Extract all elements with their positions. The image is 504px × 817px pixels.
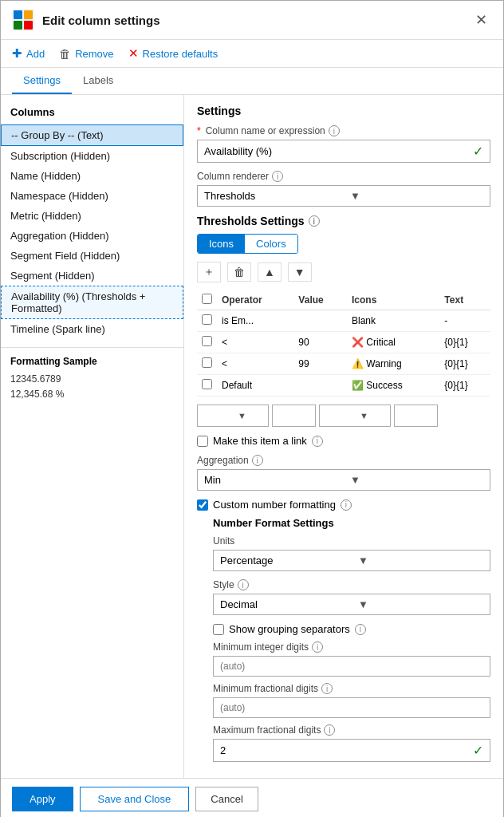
- show-grouping-info-icon: i: [355, 624, 366, 635]
- row-icon-label: ✅ Success: [347, 375, 439, 397]
- row-icon-label: Blank: [347, 310, 439, 332]
- column-name-input[interactable]: [198, 141, 467, 161]
- thresholds-settings-label: Thresholds Settings: [197, 215, 305, 227]
- toggle-icons-button[interactable]: Icons: [198, 235, 245, 253]
- formatting-sample-line2: 12,345.68 %: [10, 387, 174, 402]
- max-fraction-input[interactable]: [214, 740, 467, 760]
- row-icon-select[interactable]: ▼: [319, 405, 391, 427]
- warning-icon: ⚠️: [352, 358, 364, 369]
- column-item-availability[interactable]: Availability (%) (Thresholds + Formatted…: [1, 286, 183, 319]
- column-renderer-arrow-icon: ▼: [344, 187, 490, 205]
- table-row: < 99 ⚠️ Warning {0}{1}: [197, 353, 490, 375]
- delete-row-button[interactable]: 🗑: [227, 262, 251, 282]
- svg-rect-1: [14, 10, 22, 19]
- min-fraction-input[interactable]: [213, 697, 490, 718]
- critical-icon: ❌: [352, 337, 364, 348]
- col-icons: Icons: [347, 290, 439, 310]
- row-text: -: [439, 310, 490, 332]
- column-item[interactable]: Timeline (Spark line): [1, 319, 183, 339]
- row-operator-select[interactable]: ▼: [197, 405, 269, 427]
- column-item[interactable]: Aggregation (Hidden): [1, 226, 183, 246]
- row-text: {0}{1}: [439, 332, 490, 353]
- column-renderer-select[interactable]: Thresholds ▼: [197, 185, 490, 207]
- min-fraction-info-icon: i: [321, 683, 333, 694]
- style-select[interactable]: Decimal ▼: [213, 594, 490, 615]
- row-checkbox[interactable]: [202, 357, 212, 368]
- row-icon-arrow-icon: ▼: [356, 411, 390, 420]
- custom-number-label: Custom number formatting: [213, 499, 336, 511]
- column-item[interactable]: -- Group By -- (Text): [1, 124, 183, 146]
- min-integer-input[interactable]: [213, 656, 490, 677]
- make-link-label: Make this item a link: [213, 435, 307, 447]
- show-grouping-label: Show grouping separators: [229, 623, 350, 635]
- success-icon: ✅: [352, 380, 364, 391]
- apply-button[interactable]: Apply: [12, 787, 73, 811]
- close-button[interactable]: ✕: [471, 10, 492, 30]
- column-name-check-icon: ✓: [467, 140, 490, 162]
- dialog-title: Edit column settings: [42, 14, 471, 27]
- tab-labels[interactable]: Labels: [72, 68, 124, 94]
- save-close-button[interactable]: Save and Close: [80, 787, 190, 811]
- column-item[interactable]: Segment Field (Hidden): [1, 246, 183, 266]
- restore-defaults-button[interactable]: ✕ Restore defaults: [128, 46, 219, 61]
- move-up-button[interactable]: ▲: [258, 262, 282, 282]
- add-icon: ✚: [12, 46, 22, 61]
- row-checkbox[interactable]: [202, 379, 212, 389]
- min-integer-info-icon: i: [312, 641, 323, 653]
- add-row-button[interactable]: ＋: [197, 262, 221, 282]
- cancel-button[interactable]: Cancel: [195, 787, 258, 811]
- units-label: Units: [213, 535, 234, 547]
- svg-rect-2: [24, 10, 33, 19]
- table-row: is Em... Blank -: [197, 310, 490, 332]
- row-value: 99: [293, 353, 347, 375]
- formatting-sample-heading: Formatting Sample: [10, 356, 174, 367]
- max-fraction-info-icon: i: [324, 724, 335, 736]
- add-button[interactable]: ✚ Add: [12, 46, 45, 61]
- row-text: {0}{1}: [439, 375, 490, 397]
- row-operator: Default: [217, 375, 293, 397]
- toggle-colors-button[interactable]: Colors: [245, 235, 297, 253]
- custom-number-checkbox[interactable]: [197, 499, 208, 511]
- row-icon-label: ❌ Critical: [347, 332, 439, 353]
- show-grouping-checkbox[interactable]: [213, 624, 224, 635]
- column-item[interactable]: Namespace (Hidden): [1, 186, 183, 206]
- column-renderer-value: Thresholds: [198, 186, 344, 206]
- remove-icon: 🗑: [59, 47, 71, 61]
- row-operator: <: [217, 332, 293, 353]
- row-value-input[interactable]: [272, 405, 316, 427]
- row-checkbox[interactable]: [202, 336, 212, 346]
- aggregation-select[interactable]: Min ▼: [197, 469, 490, 491]
- style-label: Style: [213, 579, 234, 590]
- column-renderer-label: Column renderer: [197, 171, 269, 182]
- tab-settings[interactable]: Settings: [12, 68, 72, 94]
- column-item[interactable]: Segment (Hidden): [1, 266, 183, 286]
- columns-heading: Columns: [1, 103, 183, 124]
- column-item[interactable]: Subscription (Hidden): [1, 146, 183, 166]
- table-row: < 90 ❌ Critical {0}{1}: [197, 332, 490, 353]
- max-fraction-label: Maximum fractional digits: [213, 724, 321, 736]
- number-format-heading: Number Format Settings: [213, 517, 490, 529]
- row-checkbox[interactable]: [202, 314, 212, 325]
- required-star: *: [197, 125, 201, 136]
- make-link-info-icon: i: [312, 436, 323, 447]
- row-controls: ▼ ▼: [197, 405, 490, 427]
- col-text: Text: [439, 290, 490, 310]
- col-value: Value: [293, 290, 347, 310]
- move-down-button[interactable]: ▼: [288, 262, 312, 282]
- row-text: {0}{1}: [439, 353, 490, 375]
- column-item[interactable]: Metric (Hidden): [1, 206, 183, 226]
- thresholds-info-icon: i: [309, 215, 320, 227]
- units-select[interactable]: Percentage ▼: [213, 550, 490, 571]
- custom-number-container: Custom number formatting i: [197, 499, 490, 511]
- aggregation-label: Aggregation: [197, 455, 249, 466]
- svg-rect-4: [24, 21, 33, 30]
- make-link-checkbox[interactable]: [197, 436, 208, 447]
- column-item[interactable]: Name (Hidden): [1, 166, 183, 186]
- select-all-checkbox[interactable]: [202, 294, 212, 304]
- remove-button[interactable]: 🗑 Remove: [59, 47, 113, 61]
- style-value: Decimal: [214, 594, 352, 614]
- row-text-input[interactable]: [394, 405, 438, 427]
- add-label: Add: [26, 48, 45, 60]
- style-arrow-icon: ▼: [352, 595, 490, 614]
- style-info-icon: i: [238, 579, 249, 590]
